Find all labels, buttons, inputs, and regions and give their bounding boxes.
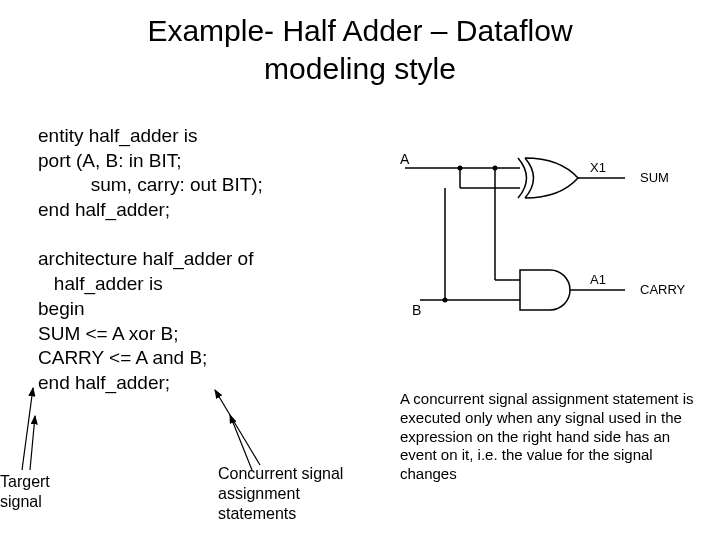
title-line-1: Example- Half Adder – Dataflow: [147, 14, 572, 47]
input-b-label: B: [412, 302, 421, 318]
target-signal-label: Targert signal: [0, 472, 50, 512]
svg-line-17: [30, 416, 35, 470]
and-gate-label: A1: [590, 272, 606, 287]
explanation-note: A concurrent signal assignment statement…: [400, 390, 695, 484]
concurrent-assignment-label: Concurrent signal assignment statements: [218, 464, 343, 524]
input-a-label: A: [400, 151, 410, 167]
half-adder-circuit: A B X1 SUM A1 CARRY: [400, 150, 690, 340]
vhdl-code: entity half_adder is port (A, B: in BIT;…: [38, 124, 263, 396]
xor-gate-label: X1: [590, 160, 606, 175]
svg-line-14: [215, 390, 260, 465]
slide-title: Example- Half Adder – Dataflow modeling …: [0, 12, 720, 87]
svg-line-16: [22, 388, 33, 470]
svg-point-10: [443, 298, 448, 303]
title-line-2: modeling style: [264, 52, 456, 85]
carry-output-label: CARRY: [640, 282, 686, 297]
sum-output-label: SUM: [640, 170, 669, 185]
svg-point-8: [493, 166, 498, 171]
xor-gate-icon: [518, 158, 578, 198]
svg-line-15: [230, 415, 252, 470]
and-gate-icon: [520, 270, 570, 310]
svg-point-4: [458, 166, 463, 171]
